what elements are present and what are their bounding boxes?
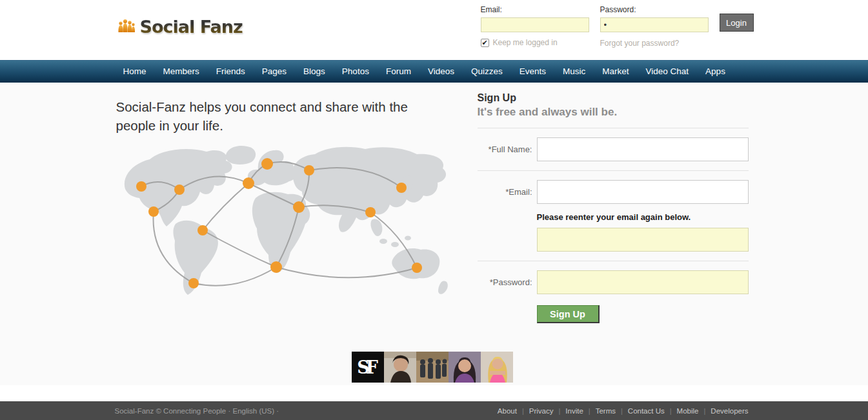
nav-item-events[interactable]: Events <box>511 61 554 83</box>
login-password-label: Password: <box>600 5 709 14</box>
footer-link-invite[interactable]: Invite <box>560 407 589 415</box>
signup-panel: Sign Up It's free and always will be. *F… <box>478 92 749 332</box>
full-name-section: *Full Name: <box>478 128 749 170</box>
login-form: Email: ✔ Keep me logged in Password: For… <box>481 5 754 48</box>
signup-button[interactable]: Sign Up <box>537 305 600 323</box>
member-photo[interactable] <box>449 352 481 383</box>
logo[interactable]: Social Fanz <box>117 17 243 37</box>
nav-item-music[interactable]: Music <box>554 61 594 83</box>
signup-password-label: *Password: <box>478 277 532 287</box>
nav-item-pages[interactable]: Pages <box>254 61 295 83</box>
nav-item-forum[interactable]: Forum <box>378 61 419 83</box>
footer-link-privacy[interactable]: Privacy <box>524 407 559 415</box>
nav-item-video-chat[interactable]: Video Chat <box>638 61 698 83</box>
nav-item-members[interactable]: Members <box>155 61 208 83</box>
login-email-input[interactable] <box>481 17 589 32</box>
reenter-email-input[interactable] <box>537 228 749 252</box>
footer-copyright: Social-Fanz © Connecting People · Englis… <box>115 407 279 415</box>
signup-email-input[interactable] <box>537 180 749 204</box>
reenter-email-note: Please reenter your email again below. <box>537 212 749 222</box>
forgot-password-link[interactable]: Forgot your password? <box>600 39 709 48</box>
nav-list: HomeMembersFriendsPagesBlogsPhotosForumV… <box>115 61 754 83</box>
world-map <box>116 143 468 299</box>
member-photo[interactable] <box>384 352 416 383</box>
signup-title: Sign Up <box>478 92 749 104</box>
continent-asia <box>292 147 445 232</box>
footer-link-developers[interactable]: Developers <box>705 407 753 415</box>
footer-link-mobile[interactable]: Mobile <box>672 407 704 415</box>
logo-people-icon <box>117 18 136 36</box>
member-photo[interactable] <box>416 352 449 383</box>
keep-logged-in-label: Keep me logged in <box>493 38 558 47</box>
login-password-input[interactable] <box>600 17 709 32</box>
island-new-zealand <box>438 281 448 294</box>
sf-logo-photo[interactable]: SF <box>352 352 384 383</box>
gap-band <box>0 385 868 401</box>
footer-link-terms[interactable]: Terms <box>590 407 621 415</box>
site-header: Social Fanz Email: ✔ Keep me logged in P… <box>0 0 868 60</box>
nav-item-home[interactable]: Home <box>115 61 155 83</box>
member-photo[interactable] <box>481 352 513 383</box>
signup-email-label: *Email: <box>478 187 532 197</box>
email-section: *Email: Please reenter your email again … <box>478 170 749 261</box>
footer-link-about[interactable]: About <box>492 407 522 415</box>
headline: Social-Fanz helps you connect and share … <box>116 97 439 135</box>
signup-subtitle: It's free and always will be. <box>478 106 749 119</box>
main-nav: HomeMembersFriendsPagesBlogsPhotosForumV… <box>0 60 868 83</box>
full-name-label: *Full Name: <box>478 145 532 154</box>
footer-link-contact-us[interactable]: Contact Us <box>623 407 670 415</box>
footer-links: AboutPrivacyInviteTermsContact UsMobileD… <box>492 407 754 415</box>
nav-item-apps[interactable]: Apps <box>697 61 734 83</box>
nav-item-friends[interactable]: Friends <box>208 61 254 83</box>
keep-logged-in-checkbox[interactable]: ✔ <box>481 39 489 47</box>
continent-greenland <box>225 146 255 165</box>
logo-text: Social Fanz <box>140 17 243 37</box>
login-button[interactable]: Login <box>720 14 754 32</box>
member-photo-strip: SF <box>352 352 513 383</box>
hero-section: Social-Fanz helps you connect and share … <box>116 97 468 299</box>
nav-item-videos[interactable]: Videos <box>419 61 463 83</box>
signup-password-input[interactable] <box>537 270 749 294</box>
main-content: Social-Fanz helps you connect and share … <box>0 83 868 385</box>
nav-item-blogs[interactable]: Blogs <box>295 61 334 83</box>
nav-item-quizzes[interactable]: Quizzes <box>463 61 511 83</box>
nav-item-market[interactable]: Market <box>594 61 637 83</box>
site-footer: Social-Fanz © Connecting People · Englis… <box>0 401 868 420</box>
nav-item-photos[interactable]: Photos <box>334 61 378 83</box>
islands-se-asia <box>370 219 382 237</box>
password-section: *Password: Sign Up <box>478 261 749 332</box>
login-email-label: Email: <box>481 5 589 14</box>
full-name-input[interactable] <box>537 137 749 161</box>
